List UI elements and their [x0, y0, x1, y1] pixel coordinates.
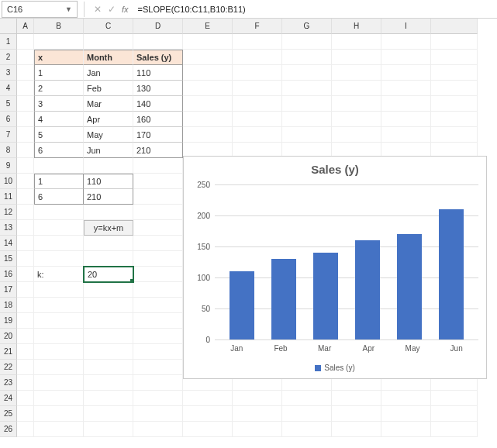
cell-A13[interactable]: [17, 220, 34, 236]
cell-I26[interactable]: [381, 422, 431, 437]
cell-B18[interactable]: [34, 298, 84, 313]
cell-A25[interactable]: [17, 406, 34, 422]
cell-D7[interactable]: 170: [133, 127, 183, 143]
row-header[interactable]: 26: [0, 422, 17, 437]
cell-I7[interactable]: [381, 127, 431, 143]
cell-E7[interactable]: [183, 127, 233, 143]
cell-B14[interactable]: [34, 236, 84, 251]
row-header[interactable]: 3: [0, 65, 17, 81]
col-header[interactable]: C: [84, 19, 133, 34]
cell-H6[interactable]: [332, 112, 381, 127]
cell-G1[interactable]: [282, 34, 332, 50]
cell-J7[interactable]: [431, 127, 478, 143]
cell-D12[interactable]: [133, 205, 183, 220]
cell-D21[interactable]: [133, 344, 183, 360]
cell-C15[interactable]: [84, 251, 133, 267]
cell-D25[interactable]: [133, 406, 183, 422]
cell-H3[interactable]: [332, 65, 381, 81]
cell-H7[interactable]: [332, 127, 381, 143]
cell-J24[interactable]: [431, 391, 478, 406]
col-header[interactable]: H: [332, 19, 381, 34]
cell-A10[interactable]: [17, 174, 34, 189]
cell-A3[interactable]: [17, 65, 34, 81]
cell-J1[interactable]: [431, 34, 478, 50]
cell-D9[interactable]: [133, 158, 183, 174]
cell-D17[interactable]: [133, 282, 183, 298]
cell-G7[interactable]: [282, 127, 332, 143]
row-header[interactable]: 20: [0, 329, 17, 344]
cell-A21[interactable]: [17, 344, 34, 360]
cell-B12[interactable]: [34, 205, 84, 220]
row-header[interactable]: 11: [0, 189, 17, 205]
cell-H5[interactable]: [332, 96, 381, 112]
cell-A26[interactable]: [17, 422, 34, 437]
cell-B11[interactable]: 6: [34, 189, 84, 205]
cell-F2[interactable]: [233, 50, 282, 65]
cell-C12[interactable]: [84, 205, 133, 220]
cell-B17[interactable]: [34, 282, 84, 298]
cell-G26[interactable]: [282, 422, 332, 437]
cell-C4[interactable]: Feb: [84, 81, 133, 96]
cell-A11[interactable]: [17, 189, 34, 205]
cell-C26[interactable]: [84, 422, 133, 437]
cell-A20[interactable]: [17, 329, 34, 344]
cell-I25[interactable]: [381, 406, 431, 422]
cell-D2[interactable]: Sales (y): [133, 50, 183, 65]
cell-D4[interactable]: 130: [133, 81, 183, 96]
check-icon[interactable]: ✓: [105, 4, 119, 15]
cell-A12[interactable]: [17, 205, 34, 220]
cell-B8[interactable]: 6: [34, 143, 84, 158]
cell-C9[interactable]: [84, 158, 133, 174]
cell-B5[interactable]: 3: [34, 96, 84, 112]
cell-H24[interactable]: [332, 391, 381, 406]
cell-B24[interactable]: [34, 391, 84, 406]
cell-E5[interactable]: [183, 96, 233, 112]
cell-A5[interactable]: [17, 96, 34, 112]
cell-F25[interactable]: [233, 406, 282, 422]
cell-A23[interactable]: [17, 375, 34, 391]
row-header[interactable]: 24: [0, 391, 17, 406]
cell-D11[interactable]: [133, 189, 183, 205]
cell-D13[interactable]: [133, 220, 183, 236]
cell-J26[interactable]: [431, 422, 478, 437]
bar-Apr[interactable]: [355, 240, 380, 339]
col-header[interactable]: B: [34, 19, 84, 34]
cell-B7[interactable]: 5: [34, 127, 84, 143]
cell-J2[interactable]: [431, 50, 478, 65]
cell-E2[interactable]: [183, 50, 233, 65]
cell-D14[interactable]: [133, 236, 183, 251]
cell-I5[interactable]: [381, 96, 431, 112]
bar-Feb[interactable]: [271, 259, 296, 339]
col-header[interactable]: D: [133, 19, 183, 34]
cell-G25[interactable]: [282, 406, 332, 422]
col-header[interactable]: G: [282, 19, 332, 34]
chevron-down-icon[interactable]: ▼: [65, 5, 72, 13]
cell-D5[interactable]: 140: [133, 96, 183, 112]
cell-E26[interactable]: [183, 422, 233, 437]
row-header[interactable]: 2: [0, 50, 17, 65]
cell-A1[interactable]: [17, 34, 34, 50]
cell-D19[interactable]: [133, 313, 183, 329]
cell-D8[interactable]: 210: [133, 143, 183, 158]
row-header[interactable]: 22: [0, 360, 17, 375]
cell-F26[interactable]: [233, 422, 282, 437]
cell-C1[interactable]: [84, 34, 133, 50]
row-header[interactable]: 15: [0, 251, 17, 267]
cell-C8[interactable]: Jun: [84, 143, 133, 158]
cell-B15[interactable]: [34, 251, 84, 267]
cell-E25[interactable]: [183, 406, 233, 422]
cell-F7[interactable]: [233, 127, 282, 143]
cell-H2[interactable]: [332, 50, 381, 65]
bar-May[interactable]: [397, 234, 422, 339]
cell-C7[interactable]: May: [84, 127, 133, 143]
cell-A4[interactable]: [17, 81, 34, 96]
row-header[interactable]: 14: [0, 236, 17, 251]
cell-B10[interactable]: 1: [34, 174, 84, 189]
cell-B2[interactable]: x: [34, 50, 84, 65]
cell-A14[interactable]: [17, 236, 34, 251]
cell-I4[interactable]: [381, 81, 431, 96]
cell-D6[interactable]: 160: [133, 112, 183, 127]
cell-E24[interactable]: [183, 391, 233, 406]
cell-G3[interactable]: [282, 65, 332, 81]
cell-D15[interactable]: [133, 251, 183, 267]
